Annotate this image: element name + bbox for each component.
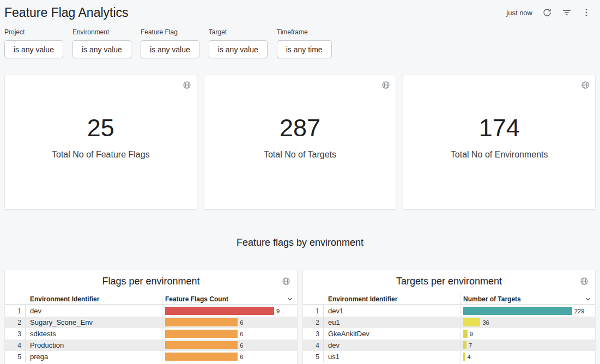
row-category: GkeAnkitDev [324,328,460,339]
row-index: 4 [5,339,26,351]
globe-icon[interactable] [580,277,589,288]
table-title-wrap: Flags per environment [5,276,297,291]
bar [165,318,238,326]
filter-label: Target [209,28,268,36]
globe-icon[interactable] [282,277,290,288]
filter-feature-flag: Feature Flag is any value [141,28,199,58]
table-title: Targets per environment [396,276,502,287]
row-category: dev1 [324,305,460,317]
row-index: 5 [5,351,26,362]
kpi-value: 287 [280,116,320,140]
bar-value: 6 [240,319,243,326]
table-row[interactable]: 5us14 [303,351,595,362]
row-index: 3 [5,328,26,339]
row-category: us1 [324,351,460,362]
filter-list-icon [562,8,572,17]
column-header-environment[interactable]: Environment Identifier [26,293,162,305]
row-bar-cell: 6 [162,328,297,339]
more-options-button[interactable] [580,7,592,19]
row-bar-cell: 9 [162,305,297,317]
row-index: 5 [303,351,324,362]
kpi-label: Total No of Environments [451,150,548,160]
targets-per-environment-card: Targets per environment Environment Iden… [302,270,596,364]
table-header-row: Environment Identifier Number of Targets [303,293,595,305]
kpi-label: Total No of Feature Flags [52,150,150,160]
bar-value: 9 [276,308,280,314]
filter-target-button[interactable]: is any value [209,40,268,58]
kpi-card-feature-flags: 25 Total No of Feature Flags [4,75,197,210]
column-header-count[interactable]: Number of Targets [460,293,595,305]
column-header-count[interactable]: Feature Flags Count [162,293,297,305]
bar-value: 9 [470,331,473,337]
dashboard-page: Feature Flag Analytics just now [0,0,600,364]
table-header-row: Environment Identifier Feature Flags Cou… [5,293,297,305]
row-index-header [303,293,324,305]
row-index: 2 [5,317,26,328]
table-row[interactable]: 4Production6 [5,339,297,351]
row-index: 2 [303,317,324,328]
page-title: Feature Flag Analytics [4,4,129,20]
flags-per-environment-card: Flags per environment Environment Identi… [4,270,298,364]
tables-row: Flags per environment Environment Identi… [4,270,596,364]
chevron-down-icon[interactable] [584,295,592,303]
targets-table: Environment Identifier Number of Targets… [303,293,595,362]
table-row[interactable]: 1dev9 [5,305,297,317]
row-bar-cell: 7 [460,339,595,351]
globe-icon[interactable] [183,81,191,92]
column-header-environment[interactable]: Environment Identifier [324,293,460,305]
filter-project: Project is any value [4,28,63,58]
row-bar-cell: 4 [460,351,595,362]
table-row[interactable]: 3sdktests6 [5,328,297,339]
row-bar-cell: 6 [162,317,297,328]
bar [165,330,238,338]
table-row[interactable]: 1dev1229 [303,305,595,317]
flags-table: Environment Identifier Feature Flags Cou… [5,293,297,362]
row-category: sdktests [26,328,162,339]
column-header-label: Feature Flags Count [165,295,228,303]
table-row[interactable]: 5prega6 [5,351,297,362]
dashboard-filters-button[interactable] [561,7,573,19]
row-index: 1 [5,305,26,317]
chevron-down-icon[interactable] [286,295,294,303]
table-row[interactable]: 4dev7 [303,339,595,351]
bar-value: 4 [467,354,470,360]
row-category: Sugary_Scone_Env [26,317,162,328]
filter-environment-button[interactable]: is any value [72,40,131,58]
globe-icon[interactable] [381,81,390,92]
table-row[interactable]: 2Sugary_Scone_Env6 [5,317,297,328]
bar-value: 6 [240,354,243,360]
refresh-button[interactable] [541,7,553,19]
column-header-label: Number of Targets [463,295,521,303]
filter-feature-flag-button[interactable]: is any value [141,40,199,58]
bar [165,353,238,361]
kpi-value: 174 [479,116,520,140]
table-row[interactable]: 3GkeAnkitDev9 [303,328,595,339]
row-category: dev [324,339,460,351]
globe-icon[interactable] [581,81,590,92]
bar [463,353,465,361]
row-bar-cell: 6 [162,339,297,351]
kpi-label: Total No of Targets [264,150,336,160]
bar [463,307,572,315]
row-category: Production [26,339,162,351]
filter-bar: Project is any value Environment is any … [0,25,600,58]
header: Feature Flag Analytics just now [0,0,600,25]
row-index: 4 [303,339,324,351]
bar-value: 7 [469,342,472,349]
kpi-row: 25 Total No of Feature Flags 287 Total N… [4,75,596,210]
filter-target: Target is any value [209,28,268,58]
filter-label: Timeframe [277,28,332,36]
kpi-card-environments: 174 Total No of Environments [403,75,596,210]
bar-value: 36 [482,319,489,326]
kpi-card-targets: 287 Total No of Targets [204,75,397,210]
bar [463,330,468,338]
table-body: 1dev12292eu1363GkeAnkitDev94dev75us14 [303,305,595,362]
filter-project-button[interactable]: is any value [4,40,63,58]
bar-value: 6 [240,331,243,337]
table-row[interactable]: 2eu136 [303,317,595,328]
row-bar-cell: 6 [162,351,297,362]
header-actions: just now [506,4,592,19]
filter-timeframe-button[interactable]: is any time [277,40,332,58]
row-category: eu1 [324,317,460,328]
bar [165,307,274,315]
